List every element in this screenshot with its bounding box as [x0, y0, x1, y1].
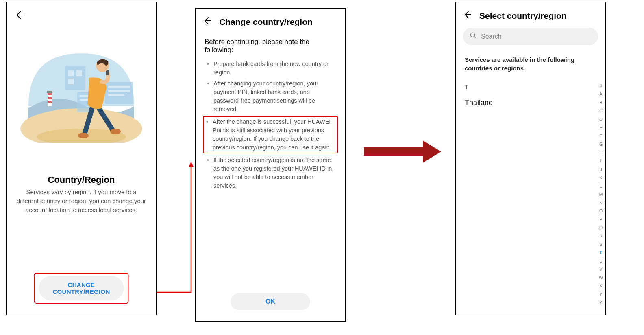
- back-arrow-icon[interactable]: [14, 10, 24, 22]
- alpha-index-letter[interactable]: K: [600, 173, 603, 182]
- alpha-index-letter[interactable]: #: [600, 82, 602, 90]
- alpha-index-letter[interactable]: Q: [599, 223, 603, 232]
- alpha-index-letter[interactable]: G: [599, 140, 603, 148]
- alpha-index-letter[interactable]: M: [599, 190, 603, 198]
- svg-rect-22: [364, 147, 425, 156]
- svg-rect-4: [48, 97, 52, 99]
- flow-arrow-2: [364, 140, 441, 163]
- screen-select-country-region: Select country/region Services are avail…: [455, 2, 606, 315]
- screen2-header: Change country/region: [196, 16, 345, 28]
- change-country-button-highlight: CHANGE COUNTRY/REGION: [34, 273, 128, 304]
- svg-rect-6: [47, 91, 52, 93]
- notice-item-highlighted: After the change is successful, your HUA…: [203, 116, 338, 153]
- alpha-index-letter[interactable]: A: [600, 90, 603, 98]
- search-input[interactable]: [481, 33, 592, 40]
- alpha-index-letter[interactable]: X: [600, 282, 603, 290]
- svg-rect-3: [48, 93, 52, 95]
- screen2-title: Change country/region: [219, 17, 313, 27]
- change-country-region-button[interactable]: CHANGE COUNTRY/REGION: [39, 276, 124, 300]
- alpha-index-letter[interactable]: T: [600, 248, 602, 256]
- alpha-index-letter[interactable]: H: [599, 149, 603, 157]
- alpha-index-letter[interactable]: I: [600, 157, 602, 165]
- search-icon: [470, 32, 477, 41]
- notice-item: Prepare bank cards from the new country …: [205, 60, 336, 77]
- alpha-index-letter[interactable]: L: [600, 182, 602, 190]
- notice-lead: Before continuing, please note the follo…: [205, 38, 336, 54]
- svg-rect-8: [68, 70, 74, 76]
- notice-item: After changing your country/region, your…: [205, 79, 336, 114]
- svg-rect-12: [108, 86, 130, 88]
- availability-note: Services are available in the following …: [465, 55, 589, 72]
- alpha-index-letter[interactable]: O: [599, 207, 603, 215]
- search-field[interactable]: [463, 28, 598, 45]
- illustration-person-walking: [20, 25, 142, 143]
- svg-rect-14: [108, 94, 124, 96]
- alpha-index-letter[interactable]: E: [600, 123, 603, 131]
- notice-list: Prepare bank cards from the new country …: [205, 60, 336, 190]
- ok-button[interactable]: OK: [231, 293, 310, 310]
- back-arrow-icon[interactable]: [462, 10, 472, 22]
- svg-point-18: [78, 133, 89, 138]
- alpha-index-letter[interactable]: F: [600, 132, 602, 140]
- alpha-index-letter[interactable]: P: [600, 215, 603, 223]
- alpha-index-letter[interactable]: U: [599, 257, 603, 265]
- svg-rect-7: [65, 66, 85, 90]
- alpha-index[interactable]: #ABCDEFGHIJKLMNOPQRSTUVWXYZ: [599, 82, 603, 307]
- alpha-index-letter[interactable]: Z: [600, 298, 602, 307]
- notice-item: If the selected country/region is not th…: [205, 156, 336, 190]
- screen-change-country-region: Change country/region Before continuing,…: [195, 8, 346, 322]
- alpha-index-letter[interactable]: D: [599, 115, 603, 123]
- svg-rect-10: [68, 79, 74, 84]
- alpha-index-letter[interactable]: S: [600, 240, 603, 248]
- alpha-index-letter[interactable]: W: [599, 274, 603, 282]
- alpha-index-letter[interactable]: V: [600, 265, 603, 273]
- svg-rect-9: [76, 70, 82, 76]
- screen3-title: Select country/region: [479, 11, 567, 21]
- alpha-index-letter[interactable]: Y: [600, 290, 603, 298]
- country-item-thailand[interactable]: Thailand: [465, 94, 589, 111]
- svg-point-19: [110, 129, 121, 134]
- flow-arrow-1: [157, 162, 195, 298]
- notice-body: Before continuing, please note the follo…: [205, 38, 336, 193]
- alpha-index-letter[interactable]: N: [599, 199, 603, 207]
- alpha-index-letter[interactable]: J: [600, 165, 602, 173]
- section-letter: T: [465, 84, 589, 90]
- page-description: Services vary by region. If you move to …: [16, 188, 146, 214]
- alpha-index-letter[interactable]: R: [599, 232, 603, 240]
- back-arrow-icon[interactable]: [202, 16, 212, 28]
- alpha-index-letter[interactable]: B: [600, 99, 603, 107]
- page-title: Country/Region: [7, 175, 156, 185]
- ok-button-wrap: OK: [231, 293, 310, 310]
- svg-rect-5: [48, 101, 52, 103]
- screen3-header: Select country/region: [456, 10, 605, 22]
- country-section: T Thailand: [465, 84, 589, 111]
- svg-rect-13: [108, 90, 130, 92]
- svg-rect-11: [105, 82, 133, 104]
- screen-country-region: Country/Region Services vary by region. …: [6, 2, 157, 315]
- alpha-index-letter[interactable]: C: [599, 107, 603, 115]
